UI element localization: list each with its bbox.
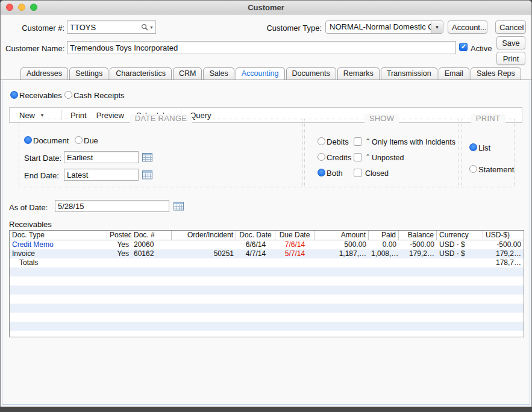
table-row-invoice[interactable]: Invoice Yes 60162 50251 4/7/14 5/7/14 1,…	[10, 249, 524, 258]
cell-order	[172, 240, 236, 249]
customer-type-label: Customer Type:	[264, 23, 322, 33]
statement-radio[interactable]	[469, 165, 477, 173]
cell-balance: -500.00	[399, 240, 437, 249]
unposted-checkbox[interactable]	[354, 153, 362, 161]
start-date-input[interactable]	[64, 151, 139, 163]
as-of-date-input[interactable]	[55, 200, 169, 212]
cell-due-date: 5/7/14	[275, 249, 315, 258]
show-group: SHOW Debits Credits Both ⌃ Only Items wi…	[304, 119, 459, 187]
customer-number-value: TTOYS	[67, 23, 141, 32]
col-order-incident[interactable]: Order/Incident	[172, 231, 236, 240]
table-header-row: Doc. Type Posted Doc. # Order/Incident D…	[10, 231, 524, 240]
tab-settings[interactable]: Settings	[69, 67, 108, 80]
cell-doc-type: Invoice	[10, 249, 107, 258]
start-date-calendar-icon[interactable]	[142, 152, 152, 164]
receivables-radio-label: Receivables	[19, 91, 62, 100]
search-icon	[141, 23, 148, 31]
closed-checkbox[interactable]	[354, 169, 362, 177]
cell-balance: 179,2…	[399, 249, 437, 258]
document-radio[interactable]	[24, 136, 32, 144]
cell-amount: 1,187,…	[315, 249, 369, 258]
cancel-button[interactable]: Cancel	[495, 20, 526, 34]
table-empty-rows	[10, 267, 524, 337]
chevron-down-icon: ▼	[431, 21, 443, 33]
end-date-input[interactable]	[64, 169, 139, 181]
list-radio[interactable]	[469, 143, 477, 151]
credits-radio-label: Credits	[327, 153, 351, 162]
cell-due-date	[275, 258, 315, 267]
only-items-with-incidents-label: Only Items with Incidents	[372, 138, 455, 146]
tab-sales[interactable]: Sales	[203, 67, 234, 80]
col-doc-type[interactable]: Doc. Type	[10, 231, 107, 240]
customer-type-select[interactable]: NORMAL-Normal Domestic C ▼	[325, 20, 443, 34]
tab-characteristics[interactable]: Characteristics	[110, 67, 172, 80]
statement-radio-label: Statement	[478, 165, 514, 174]
cell-usd: 179,2…	[483, 249, 524, 258]
col-amount[interactable]: Amount	[315, 231, 369, 240]
customer-name-label: Customer Name:	[5, 44, 64, 53]
cell-usd: -500.00	[483, 240, 524, 249]
save-button[interactable]: Save	[496, 36, 525, 49]
cash-receipts-radio[interactable]	[64, 91, 72, 99]
cash-receipts-radio-label: Cash Receipts	[74, 91, 125, 100]
cell-amount: 500.00	[315, 240, 369, 249]
col-due-date[interactable]: Due Date	[275, 231, 315, 240]
doc-type-link[interactable]: Credit Memo	[10, 240, 107, 249]
cell-order: 50251	[172, 249, 236, 258]
active-label: Active	[471, 44, 492, 53]
cell-currency: USD - $	[437, 240, 483, 249]
cell-totals-label: Totals	[10, 258, 107, 267]
list-radio-label: List	[478, 143, 490, 152]
date-range-group: DATE RANGE Document Due Start Date: End …	[19, 119, 303, 187]
col-usd[interactable]: USD-$)	[483, 231, 524, 240]
cell-paid: 0.00	[369, 240, 399, 249]
end-date-calendar-icon[interactable]	[142, 170, 152, 182]
due-radio[interactable]	[75, 136, 83, 144]
credits-radio[interactable]	[318, 153, 325, 161]
cell-doc-num: 60162	[131, 249, 172, 258]
cell-order	[172, 258, 236, 267]
receivables-radio[interactable]	[10, 91, 18, 99]
search-dropdown-button[interactable]: ▼	[141, 23, 155, 31]
tab-documents[interactable]: Documents	[286, 67, 336, 80]
receivables-table: Doc. Type Posted Doc. # Order/Incident D…	[9, 230, 524, 337]
cell-amount	[315, 258, 369, 267]
start-date-label: Start Date:	[24, 154, 61, 163]
cell-posted	[107, 258, 131, 267]
customer-type-value: NORMAL-Normal Domestic C	[326, 21, 431, 33]
caret-icon: ⌃	[365, 137, 371, 145]
account-button[interactable]: Account...	[448, 20, 487, 34]
both-radio[interactable]	[318, 169, 325, 176]
col-doc-num[interactable]: Doc. #	[131, 231, 172, 240]
both-radio-label: Both	[327, 169, 343, 178]
customer-number-field[interactable]: TTOYS ▼	[67, 20, 156, 34]
tab-bar: Addresses Settings Characteristics CRM S…	[1, 67, 531, 80]
col-posted[interactable]: Posted	[107, 231, 131, 240]
print-group: PRINT List Statement	[462, 119, 515, 187]
col-doc-date[interactable]: Doc. Date	[236, 231, 275, 240]
as-of-date-calendar-icon[interactable]	[174, 201, 184, 213]
tab-email[interactable]: Email	[439, 67, 469, 80]
cell-due-date: 7/6/14	[275, 240, 315, 249]
cell-totals-usd: 178,7…	[483, 258, 524, 267]
cell-doc-num: 20060	[131, 240, 172, 249]
tab-remarks[interactable]: Remarks	[337, 67, 380, 80]
col-currency[interactable]: Currency	[437, 231, 483, 240]
tab-accounting[interactable]: Accounting	[236, 67, 285, 80]
debits-radio[interactable]	[318, 137, 325, 145]
active-checkbox[interactable]	[459, 43, 468, 51]
tab-sales-reps[interactable]: Sales Reps	[471, 67, 521, 80]
cell-posted: Yes	[107, 249, 131, 258]
customer-number-label: Customer #:	[9, 23, 64, 33]
table-row-credit-memo[interactable]: Credit Memo Yes 20060 6/6/14 7/6/14 500.…	[10, 240, 524, 249]
col-paid[interactable]: Paid	[369, 231, 399, 240]
tab-transmission[interactable]: Transmission	[381, 67, 437, 80]
customer-name-input[interactable]	[67, 41, 456, 54]
col-balance[interactable]: Balance	[399, 231, 437, 240]
only-items-with-incidents-checkbox[interactable]	[354, 137, 362, 146]
print-window-button[interactable]: Print	[496, 52, 525, 65]
cell-doc-date	[236, 258, 275, 267]
tab-crm[interactable]: CRM	[173, 67, 202, 80]
new-dropdown-arrow-icon[interactable]: ▼	[40, 113, 45, 118]
tab-addresses[interactable]: Addresses	[20, 67, 68, 80]
